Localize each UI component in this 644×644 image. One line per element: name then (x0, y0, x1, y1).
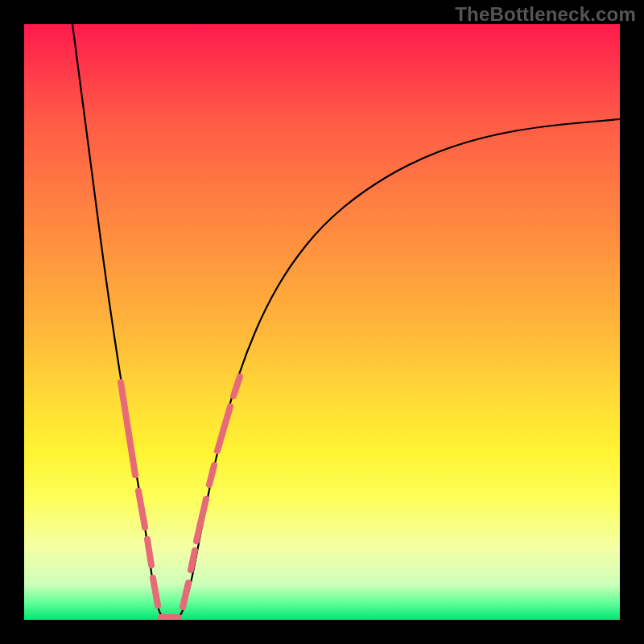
left-dash-2 (138, 491, 145, 527)
left-dash-1 (121, 382, 135, 475)
right-dash-4 (209, 465, 214, 485)
right-dash-2 (191, 551, 195, 570)
left-dash-4 (153, 578, 158, 605)
bottleneck-curve (72, 24, 620, 618)
dash-overlays (121, 377, 240, 617)
right-dash-1 (183, 583, 188, 607)
svg-layer (24, 24, 620, 620)
plot-area (24, 24, 620, 620)
right-dash-6 (233, 377, 240, 396)
watermark-text: TheBottleneck.com (455, 3, 636, 26)
chart-canvas: TheBottleneck.com (0, 0, 644, 644)
right-dash-5 (217, 407, 230, 451)
left-dash-3 (147, 539, 151, 565)
